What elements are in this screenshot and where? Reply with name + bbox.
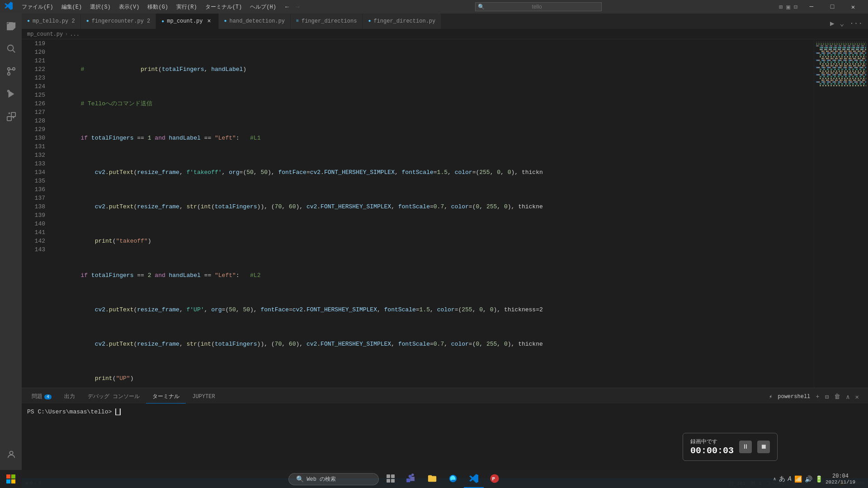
- powershell-indicator: ⚡: [767, 393, 774, 401]
- tab-icon-fingercounter: ●: [86, 19, 89, 23]
- title-search[interactable]: 🔍: [305, 2, 772, 11]
- breadcrumb-more[interactable]: ...: [70, 31, 80, 38]
- panel-close-button[interactable]: ✕: [854, 392, 861, 402]
- taskbar-search-text: Web の検索: [307, 475, 336, 483]
- activity-extensions[interactable]: [0, 106, 22, 127]
- svg-rect-9: [11, 113, 15, 117]
- code-line-126: cv2.putText(resize_frame, f'UP', org=(50…: [52, 305, 814, 314]
- customize-layout-icon[interactable]: ⊟: [794, 3, 797, 11]
- taskbar-task-view[interactable]: [381, 470, 401, 488]
- panel-actions: ⚡ powershell + ⊟ 🗑 ∧ ✕: [767, 392, 864, 402]
- svg-rect-17: [391, 474, 395, 478]
- activity-explorer[interactable]: [0, 15, 22, 37]
- menu-run[interactable]: 実行(R): [173, 2, 201, 12]
- menu-bar: ファイル(F) 編集(E) 選択(S) 表示(V) 移動(G) 実行(R) ター…: [18, 2, 280, 12]
- code-line-128: print("UP"): [52, 374, 814, 383]
- recording-label: 録画中です: [690, 438, 734, 446]
- new-terminal-button[interactable]: +: [814, 392, 821, 401]
- taskbar-right: ∧ あ A 📶 🔊 🔋 20:04 2022/11/19: [774, 473, 866, 485]
- search-input[interactable]: [475, 2, 602, 11]
- code-line-119: # print(totalFingers, handLabel): [52, 65, 814, 74]
- taskbar-edge[interactable]: [443, 470, 463, 488]
- line-numbers: 119 120 121 122 123 124 125 126 127 128 …: [22, 39, 49, 388]
- panel-tab-output[interactable]: 出力: [58, 390, 81, 404]
- split-down-icon[interactable]: ⌄: [838, 18, 846, 29]
- tab-hand-detection[interactable]: ● hand_detection.py: [219, 14, 291, 29]
- panel-tab-problems[interactable]: 問題4: [25, 390, 58, 404]
- taskbar-clock[interactable]: 20:04 2022/11/19: [826, 473, 855, 485]
- run-icon[interactable]: ▶: [828, 18, 836, 29]
- panel-tab-debug[interactable]: デバッグ コンソール: [81, 390, 146, 404]
- menu-go[interactable]: 移動(G): [144, 2, 172, 12]
- code-line-122: cv2.putText(resize_frame, f'takeoff', or…: [52, 168, 814, 177]
- minimize-button[interactable]: ─: [801, 0, 822, 14]
- editor-layout-icon[interactable]: ▣: [786, 3, 790, 11]
- recording-stop-button[interactable]: ⏹: [757, 441, 770, 453]
- svg-rect-16: [387, 474, 390, 478]
- systray-chevron[interactable]: ∧: [774, 476, 776, 482]
- menu-select[interactable]: 選択(S): [86, 2, 114, 12]
- menu-terminal[interactable]: ターミナル(T): [202, 2, 246, 12]
- taskbar-python[interactable]: P: [485, 470, 505, 488]
- systray-volume-icon[interactable]: 🔊: [805, 475, 812, 483]
- breadcrumb-file[interactable]: mp_count.py: [27, 31, 63, 38]
- tab-label-mp-count: mp_count.py: [167, 18, 203, 24]
- systray-wifi-icon[interactable]: 📶: [794, 475, 802, 483]
- activity-account[interactable]: [0, 444, 22, 465]
- panel-chevron-up[interactable]: ∧: [844, 392, 851, 402]
- code-editor[interactable]: 119 120 121 122 123 124 125 126 127 128 …: [22, 39, 868, 388]
- recording-pause-button[interactable]: ⏸: [739, 441, 752, 453]
- menu-file[interactable]: ファイル(F): [18, 2, 57, 12]
- tab-finger-directions[interactable]: ≡ finger_directions: [291, 14, 363, 29]
- app-container: ● mp_tello.py 2 ● fingercounter.py 2 ● m…: [0, 14, 868, 488]
- terminal-line-1: PS C:\Users\masas\tello> █: [27, 408, 863, 417]
- code-content[interactable]: # print(totalFingers, handLabel) # Tello…: [49, 39, 814, 388]
- systray: ∧ あ A 📶 🔊 🔋: [774, 475, 823, 483]
- taskbar-teams[interactable]: [401, 470, 421, 488]
- activity-run[interactable]: [0, 83, 22, 105]
- tab-label-fingercounter: fingercounter.py 2: [92, 18, 151, 24]
- taskbar-center: 🔍 Web の検索: [20, 470, 774, 488]
- trash-terminal-button[interactable]: 🗑: [832, 392, 842, 401]
- activity-search[interactable]: [0, 38, 22, 60]
- svg-point-7: [8, 90, 9, 92]
- systray-battery-icon[interactable]: 🔋: [815, 475, 823, 483]
- vscode-icon: [5, 2, 13, 12]
- menu-help[interactable]: ヘルプ(H): [246, 2, 280, 12]
- tab-icon-finger-direction: ●: [368, 19, 371, 23]
- split-terminal-button[interactable]: ⊟: [823, 392, 830, 402]
- svg-line-2: [13, 50, 15, 52]
- maximize-button[interactable]: □: [822, 0, 843, 14]
- panel-tab-terminal[interactable]: ターミナル: [146, 390, 186, 404]
- tab-mp-tello[interactable]: ● mp_tello.py 2: [22, 14, 81, 29]
- nav-back[interactable]: ←: [283, 4, 291, 10]
- panel-tab-jupyter[interactable]: JUPYTER: [186, 391, 221, 403]
- taskbar-search-icon: 🔍: [296, 475, 304, 483]
- taskbar-file-explorer[interactable]: [422, 470, 442, 488]
- nav-forward[interactable]: →: [294, 4, 302, 10]
- svg-rect-13: [11, 474, 15, 479]
- svg-text:P: P: [492, 476, 495, 482]
- start-button[interactable]: [2, 470, 20, 488]
- jupyter-label: JUPYTER: [192, 394, 215, 400]
- taskbar-vscode[interactable]: [464, 470, 484, 488]
- activity-source-control[interactable]: [0, 61, 22, 82]
- taskbar-apps: P: [381, 470, 505, 488]
- tab-fingercounter[interactable]: ● fingercounter.py 2: [81, 14, 156, 29]
- menu-edit[interactable]: 編集(E): [58, 2, 86, 12]
- window-controls: ─ □ ✕: [801, 0, 863, 14]
- clock-date: 2022/11/19: [826, 479, 855, 485]
- split-editor-icon[interactable]: ⊞: [779, 3, 783, 11]
- more-actions-icon[interactable]: ···: [848, 19, 864, 28]
- taskbar-search[interactable]: 🔍 Web の検索: [288, 473, 379, 485]
- close-button[interactable]: ✕: [843, 0, 863, 14]
- tab-icon-finger-directions: ≡: [296, 19, 299, 23]
- tab-icon-mp-tello: ●: [27, 19, 30, 23]
- tab-close-mp-count[interactable]: ×: [206, 18, 213, 25]
- tab-bar: ● mp_tello.py 2 ● fingercounter.py 2 ● m…: [22, 14, 868, 29]
- terminal-prompt: PS C:\Users\masas\tello>: [27, 408, 115, 415]
- tab-finger-direction[interactable]: ● finger_direction.py: [363, 14, 441, 29]
- menu-view[interactable]: 表示(V): [115, 2, 143, 12]
- tab-mp-count[interactable]: ● mp_count.py ×: [156, 14, 218, 29]
- breadcrumb-sep: ›: [65, 31, 68, 38]
